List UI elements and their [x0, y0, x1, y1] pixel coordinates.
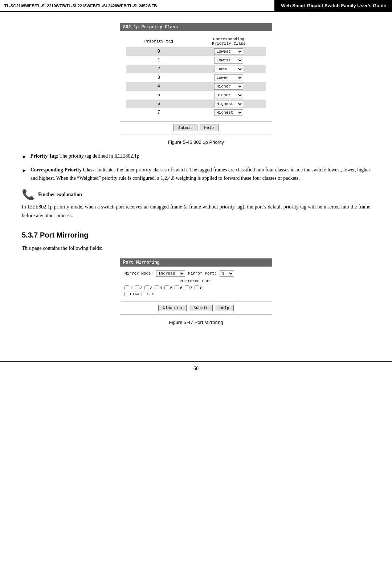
priority-class-cell: LowestLowerHigherHighest: [191, 65, 266, 73]
priority-class-select[interactable]: LowestLowerHigherHighest: [214, 83, 243, 90]
priority-tag-cell: 7: [126, 108, 191, 117]
mirrored-port-label: Mirrored Port: [124, 279, 268, 283]
checkbox-input-6[interactable]: [175, 285, 179, 290]
checkbox-row-1: 1 2 3 4 5 6 7 8: [124, 285, 268, 290]
priority-class-select[interactable]: LowestLowerHigherHighest: [214, 109, 243, 116]
col-header-priority: Corresponding Priority Class: [191, 36, 266, 47]
bullet-arrow-2: ►: [22, 167, 27, 182]
bullet1-text: : The priority tag defined in IEEE802.1p…: [57, 153, 141, 159]
figure46-caption-text: Figure 5-46 802.1p Priority: [168, 139, 224, 145]
table-row: 7LowestLowerHigherHighest: [126, 108, 266, 117]
checkbox-2[interactable]: 2: [135, 285, 143, 290]
checkbox-4[interactable]: 4: [155, 285, 163, 290]
checkbox-5[interactable]: 5: [164, 285, 172, 290]
priority-tag-cell: 2: [126, 65, 191, 73]
header-title: Web Smart Gigabit Switch Family User's G…: [275, 0, 392, 11]
mirror-mode-label: Mirror Mode:: [124, 271, 153, 276]
main-content: 802.1p Priority Class Priority tag Corre…: [0, 12, 392, 347]
checkbox-input-4[interactable]: [155, 285, 159, 290]
figure46-caption: Figure 5-46 802.1p Priority: [168, 139, 224, 145]
mirror-panel-footer: Clean Up Submit Help: [120, 301, 272, 314]
figure47-caption-text: Figure 5-47 Port Mirroring: [169, 320, 223, 325]
page-number: 60: [193, 366, 199, 371]
priority-class-cell: LowestLowerHigherHighest: [191, 47, 266, 56]
checkbox-input-sfp[interactable]: [142, 292, 146, 296]
priority-class-select[interactable]: LowestLowerHigherHighest: [214, 101, 243, 107]
checkbox-1[interactable]: 1: [124, 285, 132, 290]
priority-class-select[interactable]: LowestLowerHigherHighest: [214, 57, 243, 64]
checkbox-input-3[interactable]: [144, 285, 149, 290]
checkbox-input-7[interactable]: [185, 285, 189, 290]
mirror-panel-header: Port Mirroring: [120, 259, 272, 267]
priority-class-cell: LowestLowerHigherHighest: [191, 100, 266, 108]
table-row: 1LowestLowerHigherHighest: [126, 56, 266, 65]
further-title: Further explanation: [38, 192, 82, 198]
priority-class-cell: LowestLowerHigherHighest: [191, 82, 266, 91]
priority-table: Priority tag Corresponding Priority Clas…: [126, 36, 266, 117]
checkbox-sfp[interactable]: SFP: [142, 292, 154, 296]
priority-class-select[interactable]: LowestLowerHigherHighest: [214, 66, 243, 72]
header-model: TL-SG2109WEB/TL-SL2210WEB/TL-SL2218WEB/T…: [0, 0, 275, 11]
checkbox-input-5[interactable]: [164, 285, 169, 290]
priority-tag-cell: 1: [126, 56, 191, 65]
further-text: In IEEE802.1p priority mode, when a swit…: [22, 203, 370, 220]
model-text: TL-SG2109WEB/TL-SL2210WEB/TL-SL2218WEB/T…: [4, 4, 157, 8]
page-header: TL-SG2109WEB/TL-SL2210WEB/TL-SL2218WEB/T…: [0, 0, 392, 12]
mirror-panel: Port Mirroring Mirror Mode: Ingress Egre…: [120, 258, 272, 315]
page-footer: 60: [0, 361, 392, 375]
checkbox-7[interactable]: 7: [185, 285, 193, 290]
checkbox-3[interactable]: 3: [144, 285, 152, 290]
priority-tag-cell: 4: [126, 82, 191, 91]
priority-help-btn[interactable]: Help: [200, 125, 219, 131]
priority-class-cell: LowestLowerHigherHighest: [191, 56, 266, 65]
col-header-tag: Priority tag: [126, 36, 191, 47]
checkbox-row-2: GIGA SFP: [124, 292, 268, 296]
priority-submit-btn[interactable]: Submit: [173, 125, 197, 131]
bullet1-label: Priority Tag: [30, 153, 57, 159]
bullet-arrow-1: ►: [22, 153, 27, 161]
priority-tag-cell: 6: [126, 100, 191, 108]
table-row: 4LowestLowerHigherHighest: [126, 82, 266, 91]
mirror-mode-select[interactable]: Ingress Egress Both: [156, 270, 185, 277]
bullet-item-1: ► Priority Tag: The priority tag defined…: [22, 152, 370, 161]
bullet-item-2: ► Corresponding Priority Class: Indicate…: [22, 166, 370, 182]
checkbox-giga[interactable]: GIGA: [124, 292, 139, 296]
section-number: 5.3.7: [22, 231, 38, 239]
mirror-panel-title: Port Mirroring: [123, 260, 160, 265]
priority-tag-cell: 3: [126, 73, 191, 82]
figure46-container: 802.1p Priority Class Priority tag Corre…: [22, 23, 370, 145]
checkbox-6[interactable]: 6: [175, 285, 183, 290]
checkbox-input-8[interactable]: [195, 285, 199, 290]
checkbox-input-2[interactable]: [135, 285, 139, 290]
priority-panel: 802.1p Priority Class Priority tag Corre…: [120, 23, 272, 134]
table-row: 3LowestLowerHigherHighest: [126, 73, 266, 82]
mirror-submit-btn[interactable]: Submit: [189, 305, 213, 311]
table-row: 6LowestLowerHigherHighest: [126, 100, 266, 108]
mirror-help-btn[interactable]: Help: [215, 305, 234, 311]
priority-class-select[interactable]: LowestLowerHigherHighest: [214, 74, 243, 81]
mirror-mode-row: Mirror Mode: Ingress Egress Both Mirror …: [124, 270, 268, 277]
priority-class-cell: LowestLowerHigherHighest: [191, 108, 266, 117]
priority-tag-cell: 0: [126, 47, 191, 56]
priority-panel-header: 802.1p Priority Class: [120, 23, 272, 31]
mirror-port-select[interactable]: 1 2 3 4 5 6 7 8: [220, 270, 234, 277]
figure47-container: Port Mirroring Mirror Mode: Ingress Egre…: [22, 258, 370, 325]
checkbox-8[interactable]: 8: [195, 285, 203, 290]
priority-class-select[interactable]: LowestLowerHigherHighest: [214, 48, 243, 55]
section-title: Port Mirroring: [40, 231, 88, 239]
priority-class-cell: LowestLowerHigherHighest: [191, 91, 266, 100]
checkbox-input-giga[interactable]: [124, 292, 129, 296]
mirror-port-label: Mirror Port:: [188, 271, 217, 276]
table-row: 2LowestLowerHigherHighest: [126, 65, 266, 73]
mirror-cleanup-btn[interactable]: Clean Up: [158, 305, 187, 311]
checkbox-input-1[interactable]: [124, 285, 129, 290]
further-box: 📞 Further explanation In IEEE802.1p prio…: [22, 190, 370, 220]
table-row: 0LowestLowerHigherHighest: [126, 47, 266, 56]
mirror-panel-body: Mirror Mode: Ingress Egress Both Mirror …: [120, 267, 272, 301]
further-header: 📞 Further explanation: [22, 190, 370, 200]
section-537-heading: 5.3.7 Port Mirroring: [22, 231, 370, 239]
bullet-text-2: Corresponding Priority Class: Indicates …: [30, 166, 370, 182]
priority-class-select[interactable]: LowestLowerHigherHighest: [214, 92, 243, 98]
further-icon: 📞: [22, 190, 34, 200]
priority-panel-footer: Submit Help: [120, 121, 272, 134]
